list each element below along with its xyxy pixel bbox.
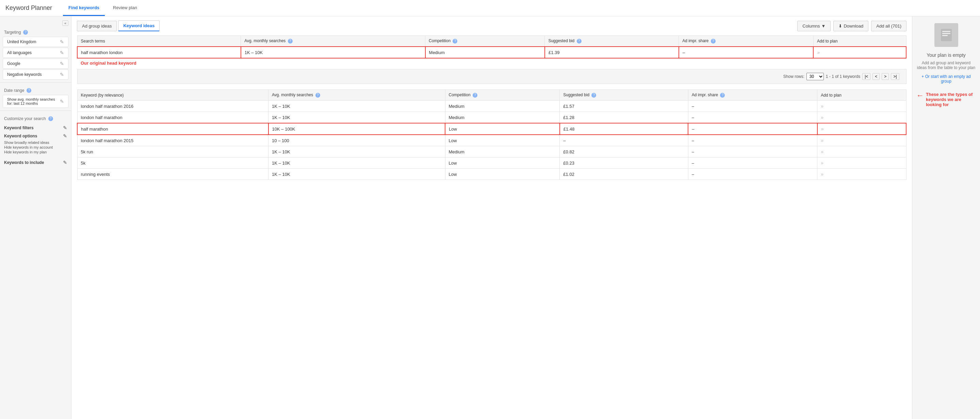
tab-find-keywords[interactable]: Find keywords bbox=[63, 0, 105, 16]
keyword-filters-label: Keyword filters ✎ bbox=[0, 122, 71, 132]
col-search-terms: Search terms bbox=[77, 36, 241, 47]
st-add-to-plan[interactable]: » bbox=[813, 47, 906, 58]
tab-review-plan[interactable]: Review plan bbox=[108, 0, 143, 16]
ki-keyword-2: half marathon bbox=[77, 123, 269, 135]
language-edit-icon[interactable]: ✎ bbox=[60, 50, 64, 56]
pagination-last-st[interactable]: >| bbox=[891, 73, 899, 80]
impr-ki-help-icon[interactable]: ? bbox=[720, 93, 725, 98]
st-searches: 1K – 10K bbox=[241, 47, 425, 58]
right-panel-annotation: These are the types of keywords we are l… bbox=[926, 92, 976, 107]
download-button[interactable]: ⬇ Download bbox=[833, 21, 869, 31]
network-edit-icon[interactable]: ✎ bbox=[60, 61, 64, 66]
customize-section-title: Customize your search ? bbox=[0, 114, 71, 122]
pagination-first-st[interactable]: |< bbox=[862, 73, 870, 80]
plan-sub-label: Add ad group and keyword ideas from the … bbox=[916, 60, 976, 70]
sidebar-item-location[interactable]: United Kingdom ✎ bbox=[3, 37, 68, 47]
sidebar-item-language[interactable]: All languages ✎ bbox=[3, 48, 68, 58]
bid-ki-help-icon[interactable]: ? bbox=[592, 93, 596, 98]
pagination-controls-st: Show rows: 30 50 100 1 - 1 of 1 keywords… bbox=[81, 71, 903, 82]
sidebar-item-network[interactable]: Google ✎ bbox=[3, 59, 68, 69]
ki-searches-4: 1K – 10K bbox=[269, 146, 445, 157]
keyword-options-edit-icon[interactable]: ✎ bbox=[63, 133, 67, 139]
date-range-edit-icon[interactable]: ✎ bbox=[60, 98, 64, 104]
sidebar-item-date-range[interactable]: Show avg. monthly searches for: last 12 … bbox=[3, 95, 68, 108]
location-edit-icon[interactable]: ✎ bbox=[60, 39, 64, 44]
date-range-help-icon[interactable]: ? bbox=[27, 88, 31, 93]
keyword-idea-row-2: half marathon 10K – 100K Low £1.48 – » bbox=[77, 123, 906, 135]
add-chevron-1[interactable]: » bbox=[821, 114, 824, 120]
add-chevron-5[interactable]: » bbox=[821, 160, 824, 166]
ki-impr-6: – bbox=[688, 169, 817, 180]
add-chevron-3[interactable]: » bbox=[821, 138, 824, 143]
content-tab-bar: Ad group ideas Keyword ideas Columns ▼ ⬇… bbox=[77, 21, 907, 31]
col-keyword-relevance: Keyword (by relevance) bbox=[77, 90, 269, 101]
negative-keywords-edit-icon[interactable]: ✎ bbox=[60, 72, 64, 77]
content-tabs: Ad group ideas Keyword ideas bbox=[77, 21, 159, 31]
main-layout: « Targeting ? United Kingdom ✎ All langu… bbox=[0, 16, 980, 419]
search-terms-annotation: Our original head keyword bbox=[77, 59, 140, 68]
tab-actions: Columns ▼ ⬇ Download Add all (701) bbox=[797, 21, 907, 31]
ki-add-to-plan-4[interactable]: » bbox=[817, 146, 906, 157]
add-all-button[interactable]: Add all (701) bbox=[871, 21, 907, 31]
keyword-option-hide-account: Hide keywords in my account bbox=[4, 145, 67, 150]
keywords-to-include-edit-icon[interactable]: ✎ bbox=[63, 160, 67, 165]
keyword-idea-row-6: running events 1K – 10K Low £1.02 – » bbox=[77, 169, 906, 180]
ki-searches-6: 1K – 10K bbox=[269, 169, 445, 180]
bid-st-help-icon[interactable]: ? bbox=[577, 39, 582, 43]
search-terms-table: Search terms Avg. monthly searches ? Com… bbox=[77, 35, 907, 84]
ki-add-to-plan-5[interactable]: » bbox=[817, 157, 906, 169]
add-chevron-4[interactable]: » bbox=[821, 149, 824, 154]
ki-competition-5: Low bbox=[445, 157, 560, 169]
ki-add-to-plan-1[interactable]: » bbox=[817, 112, 906, 124]
ki-add-to-plan-3[interactable]: » bbox=[817, 135, 906, 146]
pagination-next-st[interactable]: > bbox=[882, 73, 889, 80]
add-chevron-0[interactable]: » bbox=[821, 103, 824, 109]
sidebar-collapse-button[interactable]: « bbox=[62, 21, 68, 26]
col-add-to-plan-st: Add to plan bbox=[813, 36, 906, 47]
rows-per-page-select-st[interactable]: 30 50 100 bbox=[807, 73, 824, 80]
add-chevron-2[interactable]: » bbox=[821, 126, 824, 132]
red-arrow-icon: ← bbox=[916, 92, 924, 99]
pagination-prev-st[interactable]: < bbox=[872, 73, 880, 80]
impr-st-help-icon[interactable]: ? bbox=[711, 39, 716, 43]
plan-empty-icon bbox=[934, 23, 958, 47]
tab-ad-group-ideas[interactable]: Ad group ideas bbox=[77, 21, 117, 31]
customize-help-icon[interactable]: ? bbox=[48, 116, 53, 121]
annotation-box: ← These are the types of keywords we are… bbox=[916, 92, 976, 107]
ki-bid-5: £0.23 bbox=[560, 157, 688, 169]
add-to-plan-chevron-st[interactable]: » bbox=[817, 50, 820, 55]
ki-searches-5: 1K – 10K bbox=[269, 157, 445, 169]
ki-keyword-4: 5k run bbox=[77, 146, 269, 157]
competition-st-help-icon[interactable]: ? bbox=[453, 39, 457, 43]
ki-keyword-0: london half marathon 2016 bbox=[77, 101, 269, 112]
svg-rect-3 bbox=[942, 35, 948, 36]
ki-keyword-1: london half marathon bbox=[77, 112, 269, 124]
targeting-help-icon[interactable]: ? bbox=[23, 30, 28, 35]
competition-ki-help-icon[interactable]: ? bbox=[473, 93, 477, 98]
columns-button[interactable]: Columns ▼ bbox=[797, 21, 830, 31]
avg-searches-ki-help-icon[interactable]: ? bbox=[315, 93, 320, 98]
col-impr-share-st: Ad impr. share ? bbox=[679, 36, 814, 47]
avg-searches-help-icon[interactable]: ? bbox=[288, 39, 293, 43]
keyword-filters-edit-icon[interactable]: ✎ bbox=[63, 125, 67, 130]
sidebar-item-negative-keywords[interactable]: Negative keywords ✎ bbox=[3, 69, 68, 79]
plan-or-link[interactable]: + Or start with an empty ad group bbox=[916, 74, 976, 84]
keyword-idea-row-4: 5k run 1K – 10K Medium £0.82 – » bbox=[77, 146, 906, 157]
svg-rect-2 bbox=[942, 33, 950, 34]
annotation-row: Our original head keyword bbox=[77, 58, 906, 69]
ki-competition-0: Medium bbox=[445, 101, 560, 112]
ki-impr-4: – bbox=[688, 146, 817, 157]
ki-searches-1: 1K – 10K bbox=[269, 112, 445, 124]
ki-competition-4: Medium bbox=[445, 146, 560, 157]
ki-keyword-3: london half marathon 2015 bbox=[77, 135, 269, 146]
targeting-section-title: Targeting ? bbox=[0, 27, 71, 36]
ki-bid-2: £1.48 bbox=[560, 123, 688, 135]
add-chevron-6[interactable]: » bbox=[821, 171, 824, 177]
tab-keyword-ideas[interactable]: Keyword ideas bbox=[118, 21, 159, 31]
ki-add-to-plan-0[interactable]: » bbox=[817, 101, 906, 112]
ki-impr-5: – bbox=[688, 157, 817, 169]
st-bid: £1.39 bbox=[545, 47, 679, 58]
ki-add-to-plan-2[interactable]: » bbox=[817, 123, 906, 135]
ki-add-to-plan-6[interactable]: » bbox=[817, 169, 906, 180]
keyword-idea-row-5: 5k 1K – 10K Low £0.23 – » bbox=[77, 157, 906, 169]
